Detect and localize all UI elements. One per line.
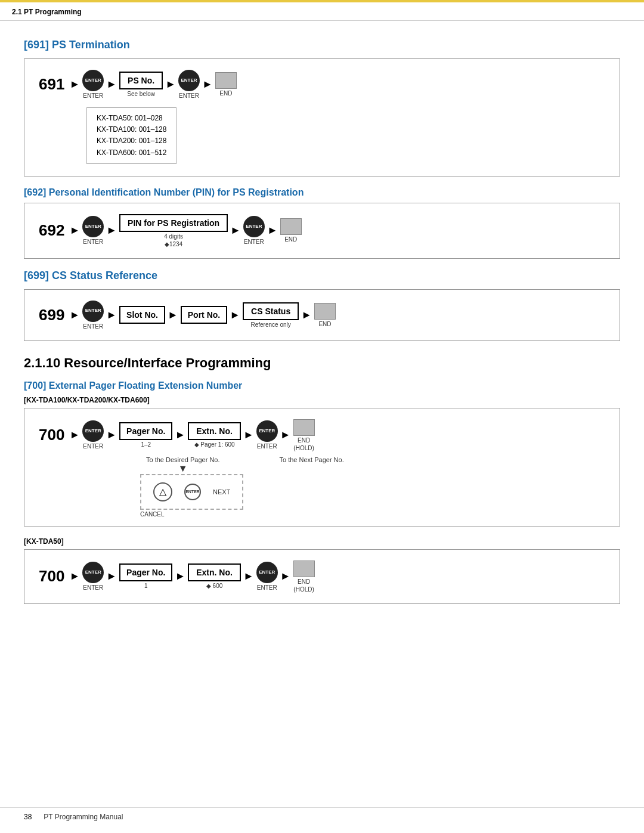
cancel-label: CANCEL (140, 511, 165, 518)
enter-circle-2: ENTER ENTER (178, 70, 200, 99)
desired-pager-label: To the Desired Pager No. (146, 456, 220, 463)
arrow-699-2: ► (106, 309, 117, 321)
arrow-699-3: ► (168, 309, 178, 321)
model-label-2: [KX-TDA50] (24, 537, 620, 546)
end-box-692: END (280, 218, 302, 243)
code-700-1: 700 (39, 426, 67, 444)
navigate-circle: △ (153, 482, 172, 501)
end-box-700-2: END (HOLD) (293, 561, 315, 593)
diagram-691: 691 ► ENTER ENTER ► PS No. See below ► E… (24, 58, 620, 176)
info-line-4: KX-TDA600: 001–512 (97, 147, 166, 159)
extn-no-box-2: Extn. No. ◆ 600 (188, 563, 241, 589)
header-section: 2.1 PT Programming (0, 2, 644, 21)
code-691: 691 (39, 75, 67, 94)
diagram-700-tda100: 700 ► ENTER ENTER ► Pager No. 1–2 ► Extn… (24, 408, 620, 527)
info-line-3: KX-TDA200: 001–128 (97, 135, 166, 147)
code-692: 692 (39, 221, 67, 240)
section-700-heading: [700] External Pager Floating Extension … (24, 380, 620, 391)
extn-no-box-1: Extn. No. ◆ Pager 1: 600 (188, 422, 241, 448)
enter-circle-1: ENTER ENTER (82, 70, 104, 99)
info-line-2: KX-TDA100: 001–128 (97, 124, 166, 135)
page-number: 38 (24, 813, 32, 821)
arrow1: ► (69, 78, 80, 91)
arrow-692-3: ► (230, 224, 241, 237)
info-line-1: KX-TDA50: 001–028 (97, 113, 166, 124)
header-text: 2.1 PT Programming (12, 8, 82, 16)
arrow-692-1: ► (69, 224, 80, 237)
model-label-1: [KX-TDA100/KX-TDA200/KX-TDA600] (24, 396, 620, 404)
end-box-699: END (314, 303, 336, 327)
slot-no-box: Slot No. (119, 306, 165, 324)
end-box-691: END (215, 72, 237, 97)
page-footer: 38 PT Programming Manual (0, 807, 644, 821)
enter-circle-700-1: ENTER ENTER (82, 420, 104, 450)
arrow-692-2: ► (106, 224, 117, 237)
next-area: NEXT (213, 488, 230, 496)
enter-circle-700-4: ENTER ENTER (256, 562, 278, 591)
section-692-heading: [692] Personal Identification Number (PI… (24, 187, 620, 198)
enter-circle-692-2: ENTER ENTER (243, 216, 265, 245)
cs-status-box: CS Status Reference only (243, 302, 299, 328)
pager-no-box-2: Pager No. 1 (119, 563, 172, 589)
arrow3: ► (165, 78, 176, 91)
diagram-700-tda50: 700 ► ENTER ENTER ► Pager No. 1 ► Extn. … (24, 549, 620, 604)
code-700-2: 700 (39, 567, 67, 586)
next-pager-label: To the Next Pager No. (280, 456, 344, 463)
enter-circle-699-1: ENTER ENTER (82, 301, 104, 330)
arrow-699-4: ► (230, 309, 240, 321)
arrow-699-5: ► (301, 309, 312, 321)
enter-circle-700-3: ENTER ENTER (82, 562, 104, 591)
arrow-692-4: ► (267, 224, 278, 237)
end-box-700-1: END (HOLD) (293, 419, 315, 451)
chapter-heading: 2.1.10 Resource/Interface Programming (24, 355, 620, 371)
ps-no-box: PS No. See below (119, 72, 163, 97)
diagram-699: 699 ► ENTER ENTER ► Slot No. ► Port No. … (24, 289, 620, 341)
footer-title: PT Programming Manual (44, 813, 123, 821)
enter-circle-692-1: ENTER ENTER (82, 216, 104, 245)
diagram-692: 692 ► ENTER ENTER ► PIN for PS Registrat… (24, 203, 620, 259)
section-699-heading: [699] CS Status Reference (24, 270, 620, 282)
enter-dashed: ENTER (184, 484, 201, 500)
pager-no-box-1: Pager No. 1–2 (119, 422, 172, 448)
pin-box: PIN for PS Registration 4 digits ◆1234 (119, 214, 228, 247)
arrow2: ► (106, 78, 117, 91)
enter-circle-700-2: ENTER ENTER (256, 420, 278, 450)
arrow4: ► (202, 78, 213, 91)
port-no-box: Port No. (181, 306, 227, 324)
info-box-691: KX-TDA50: 001–028 KX-TDA100: 001–128 KX-… (86, 107, 177, 164)
section-691-heading: [691] PS Termination (24, 39, 620, 51)
arrow-699-1: ► (69, 309, 80, 321)
code-699: 699 (39, 306, 67, 324)
